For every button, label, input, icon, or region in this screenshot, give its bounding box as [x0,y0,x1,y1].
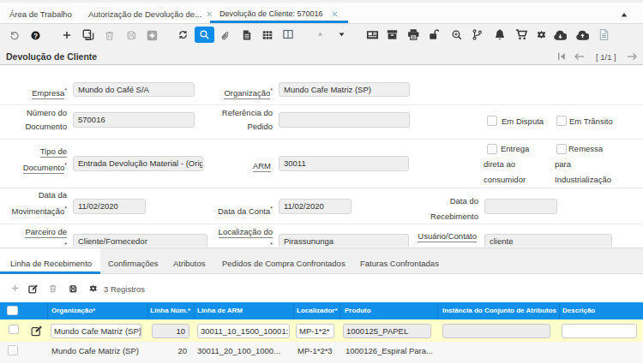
svg-text:?: ? [33,33,38,40]
